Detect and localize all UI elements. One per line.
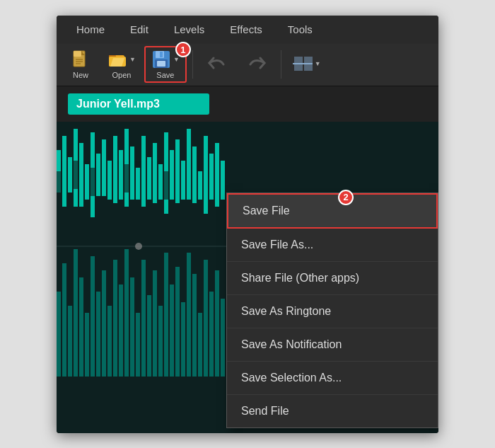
svg-rect-58 — [85, 313, 89, 377]
menu-bar: Home Edit Levels Effects Tools — [57, 16, 438, 44]
svg-rect-67 — [136, 313, 140, 377]
svg-rect-48 — [57, 171, 61, 193]
svg-rect-25 — [96, 154, 100, 196]
svg-rect-66 — [130, 277, 134, 377]
svg-rect-43 — [198, 171, 202, 200]
svg-rect-57 — [79, 277, 83, 377]
menu-tools[interactable]: Tools — [275, 16, 325, 44]
svg-rect-1 — [74, 51, 81, 57]
dropdown-save-selection-as[interactable]: Save Selection As... — [227, 362, 438, 395]
svg-rect-55 — [68, 306, 72, 377]
svg-rect-36 — [158, 164, 163, 200]
dropdown-save-file-as[interactable]: Save File As... — [227, 229, 438, 262]
svg-rect-52 — [164, 171, 168, 200]
svg-rect-64 — [119, 285, 123, 377]
svg-rect-72 — [164, 253, 168, 377]
extra-button[interactable]: ▼ — [287, 46, 327, 83]
svg-rect-13 — [157, 61, 165, 67]
dropdown-send-file[interactable]: Send File — [227, 395, 438, 427]
filename-display: Junior Yell.mp3 — [68, 93, 209, 115]
svg-rect-49 — [74, 161, 78, 189]
toolbar: New ▼ Open — [57, 44, 438, 86]
svg-rect-29 — [119, 150, 123, 200]
svg-rect-79 — [204, 260, 208, 377]
undo-button[interactable] — [199, 46, 235, 83]
svg-rect-42 — [192, 147, 197, 203]
save-btn-wrapper: ▼ Save 1 — [144, 46, 187, 83]
svg-rect-68 — [141, 260, 146, 377]
svg-rect-75 — [181, 302, 185, 377]
open-label: Open — [112, 71, 132, 79]
waveform-area: Save File Save File As... Share File (Ot… — [57, 122, 438, 433]
svg-rect-51 — [124, 164, 129, 193]
svg-rect-31 — [130, 147, 134, 200]
svg-rect-62 — [107, 306, 112, 377]
new-button[interactable]: New — [62, 46, 99, 83]
save-dropdown-arrow: ▼ — [173, 56, 180, 63]
svg-rect-70 — [153, 270, 157, 377]
svg-rect-71 — [158, 306, 163, 377]
new-label: New — [73, 71, 88, 79]
undo-icon — [206, 54, 228, 73]
menu-edit[interactable]: Edit — [117, 16, 161, 44]
dropdown-save-as-notification[interactable]: Save As Notification — [227, 328, 438, 362]
redo-button[interactable] — [238, 46, 275, 83]
svg-rect-34 — [147, 157, 151, 200]
svg-rect-81 — [215, 270, 219, 377]
dropdown-share-file[interactable]: Share File (Other apps) — [227, 262, 438, 295]
svg-rect-41 — [187, 129, 191, 200]
svg-rect-22 — [79, 143, 83, 207]
svg-rect-63 — [113, 260, 117, 377]
extra-dropdown-arrow: ▼ — [315, 60, 321, 67]
svg-rect-69 — [147, 295, 151, 377]
svg-rect-77 — [192, 274, 197, 377]
svg-rect-28 — [113, 136, 117, 203]
app-window: Home Edit Levels Effects Tools New — [57, 16, 438, 433]
svg-rect-61 — [102, 270, 106, 377]
svg-rect-39 — [175, 139, 180, 203]
svg-rect-46 — [215, 143, 219, 207]
undo-icon-area — [206, 54, 228, 73]
dropdown-menu: Save File Save File As... Share File (Ot… — [226, 193, 438, 428]
svg-rect-19 — [62, 136, 66, 207]
svg-rect-47 — [221, 161, 225, 200]
svg-rect-33 — [141, 136, 146, 207]
svg-rect-59 — [91, 256, 95, 377]
dropdown-save-as-ringtone[interactable]: Save As Ringtone — [227, 295, 438, 328]
svg-rect-54 — [62, 263, 66, 377]
new-icon — [71, 50, 91, 69]
step-2-badge: 2 — [338, 190, 354, 205]
step-1-badge: 1 — [175, 42, 191, 57]
svg-rect-73 — [170, 285, 174, 377]
menu-effects[interactable]: Effects — [217, 16, 275, 44]
dropdown-save-file[interactable]: Save File — [227, 193, 438, 229]
save-label: Save — [156, 71, 174, 79]
open-button[interactable]: ▼ Open — [102, 46, 141, 83]
open-dropdown-arrow: ▼ — [129, 56, 136, 63]
menu-levels[interactable]: Levels — [161, 16, 217, 44]
svg-rect-11 — [160, 52, 163, 57]
svg-rect-32 — [136, 168, 140, 200]
svg-rect-76 — [187, 253, 191, 377]
svg-rect-50 — [91, 168, 95, 196]
new-icon-area — [71, 50, 91, 69]
track-header: Junior Yell.mp3 — [57, 86, 438, 122]
svg-point-84 — [135, 243, 142, 250]
svg-rect-38 — [170, 150, 174, 200]
extra-icon-area: ▼ — [293, 54, 321, 74]
toolbar-separator-2 — [281, 50, 281, 79]
open-icon-area: ▼ — [107, 50, 136, 69]
svg-rect-45 — [209, 154, 214, 200]
svg-rect-80 — [209, 292, 214, 377]
svg-rect-26 — [102, 139, 106, 196]
svg-rect-40 — [181, 161, 185, 200]
svg-rect-74 — [175, 267, 180, 377]
svg-rect-23 — [85, 164, 89, 200]
svg-rect-20 — [68, 157, 72, 193]
toolbar-separator-1 — [192, 50, 193, 79]
svg-rect-78 — [198, 313, 202, 377]
svg-rect-60 — [96, 292, 100, 377]
redo-icon — [246, 54, 267, 73]
open-icon — [107, 50, 127, 69]
menu-home[interactable]: Home — [64, 16, 117, 44]
